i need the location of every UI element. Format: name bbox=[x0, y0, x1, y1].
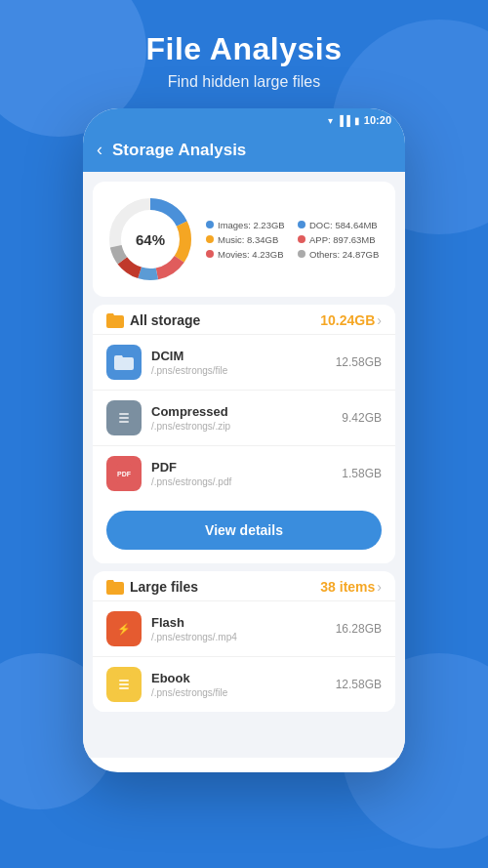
pdf-info: PDF /.pns/estrongs/.pdf bbox=[151, 460, 342, 487]
file-item-pdf[interactable]: PDF PDF /.pns/estrongs/.pdf 1.58GB bbox=[93, 445, 395, 501]
pdf-icon-wrap: PDF bbox=[106, 456, 142, 491]
battery-icon: ▮ bbox=[354, 115, 360, 126]
large-files-folder-icon bbox=[106, 579, 124, 595]
pdf-name: PDF bbox=[151, 460, 342, 475]
legend-dot-doc bbox=[298, 221, 305, 228]
all-storage-title: All storage bbox=[130, 312, 200, 328]
ebook-info: Ebook /.pns/estrongs/file bbox=[151, 671, 336, 698]
compressed-size: 9.42GB bbox=[342, 411, 382, 425]
back-button[interactable]: ‹ bbox=[97, 140, 102, 160]
compressed-path: /.pns/estrongs/.zip bbox=[151, 421, 342, 432]
legend-label-images: Images: 2.23GB bbox=[218, 220, 285, 230]
all-storage-arrow: › bbox=[377, 312, 382, 328]
ebook-path: /.pns/estrongs/file bbox=[151, 687, 336, 698]
phone-content: 64% Images: 2.23GB DOC: 584.64MB Music: … bbox=[83, 172, 405, 758]
flash-name: Flash bbox=[151, 615, 336, 630]
legend-music: Music: 8.34GB bbox=[206, 234, 290, 245]
folder-blue-icon bbox=[114, 354, 134, 370]
legend-label-doc: DOC: 584.64MB bbox=[309, 220, 378, 230]
zip-line-3 bbox=[119, 421, 129, 423]
pdf-path: /.pns/estrongs/.pdf bbox=[151, 476, 342, 487]
ebook-size: 12.58GB bbox=[336, 678, 382, 691]
all-storage-value: 10.24GB bbox=[320, 312, 375, 328]
legend-dot-music bbox=[206, 235, 214, 243]
large-files-arrow: › bbox=[377, 579, 382, 595]
compressed-info: Compressed /.pns/estrongs/.zip bbox=[151, 404, 342, 432]
legend-app: APP: 897.63MB bbox=[298, 234, 382, 245]
flash-size: 16.28GB bbox=[336, 622, 382, 636]
legend-dot-images bbox=[206, 221, 214, 228]
pdf-size: 1.58GB bbox=[342, 467, 382, 480]
ebook-line-2 bbox=[119, 683, 129, 685]
legend-movies: Movies: 4.23GB bbox=[206, 249, 290, 260]
legend-others: Others: 24.87GB bbox=[298, 249, 382, 260]
large-files-badge-wrap: 38 items › bbox=[320, 579, 382, 595]
status-time: 10:20 bbox=[364, 114, 391, 126]
zip-line-2 bbox=[119, 417, 129, 419]
pdf-icon: PDF bbox=[116, 464, 132, 483]
storage-overview: 64% Images: 2.23GB DOC: 584.64MB Music: … bbox=[106, 195, 382, 283]
ebook-line-3 bbox=[119, 687, 129, 689]
file-item-ebook[interactable]: Ebook /.pns/estrongs/file 12.58GB bbox=[93, 656, 395, 712]
storage-overview-card: 64% Images: 2.23GB DOC: 584.64MB Music: … bbox=[93, 182, 395, 297]
folder-icon bbox=[106, 312, 124, 328]
ebook-icon-wrap bbox=[106, 667, 142, 702]
compressed-name: Compressed bbox=[151, 404, 342, 419]
wifi-icon: ▾ bbox=[328, 115, 333, 126]
dcim-size: 12.58GB bbox=[336, 355, 382, 369]
ebook-line-1 bbox=[119, 680, 129, 682]
legend-dot-app bbox=[298, 235, 305, 243]
all-storage-card: All storage 10.24GB › DCIM /.pns/estrong… bbox=[93, 305, 395, 563]
status-icons: ▾ ▐▐ ▮ 10:20 bbox=[328, 114, 391, 126]
compressed-icon-wrap bbox=[106, 400, 142, 435]
flash-icon-wrap: ⚡ bbox=[106, 611, 142, 646]
dcim-icon-wrap bbox=[106, 345, 142, 380]
page-header: File Analysis Find hidden large files bbox=[0, 0, 488, 91]
legend-dot-movies bbox=[206, 250, 214, 258]
dcim-info: DCIM /.pns/estrongs/file bbox=[151, 349, 336, 376]
all-storage-title-wrap: All storage bbox=[106, 312, 200, 328]
page-title: File Analysis bbox=[0, 31, 488, 67]
page-subtitle: Find hidden large files bbox=[0, 73, 488, 91]
dcim-path: /.pns/estrongs/file bbox=[151, 365, 336, 376]
legend-label-music: Music: 8.34GB bbox=[218, 234, 278, 245]
ebook-icon bbox=[116, 675, 132, 694]
flash-info: Flash /.pns/estrongs/.mp4 bbox=[151, 615, 336, 642]
legend-doc: DOC: 584.64MB bbox=[298, 220, 382, 230]
topbar: ‹ Storage Analysis bbox=[83, 132, 405, 172]
phone-mockup: ▾ ▐▐ ▮ 10:20 ‹ Storage Analysis bbox=[83, 108, 405, 772]
ebook-name: Ebook bbox=[151, 671, 336, 685]
legend-label-others: Others: 24.87GB bbox=[309, 249, 379, 260]
donut-percent: 64% bbox=[136, 231, 165, 248]
donut-chart: 64% bbox=[106, 195, 194, 283]
status-bar: ▾ ▐▐ ▮ 10:20 bbox=[83, 108, 405, 132]
zip-line-1 bbox=[119, 413, 129, 415]
file-item-dcim[interactable]: DCIM /.pns/estrongs/file 12.58GB bbox=[93, 334, 395, 390]
large-files-header[interactable]: Large files 38 items › bbox=[93, 571, 395, 600]
topbar-title: Storage Analysis bbox=[112, 141, 246, 160]
chart-legend: Images: 2.23GB DOC: 584.64MB Music: 8.34… bbox=[206, 220, 382, 260]
large-files-card: Large files 38 items › ⚡ Flash /.pns/est… bbox=[93, 571, 395, 712]
large-files-title-wrap: Large files bbox=[106, 579, 198, 595]
flash-path: /.pns/estrongs/.mp4 bbox=[151, 632, 336, 642]
all-storage-value-wrap: 10.24GB › bbox=[320, 312, 382, 328]
view-details-wrap: View details bbox=[93, 501, 395, 563]
file-item-compressed[interactable]: Compressed /.pns/estrongs/.zip 9.42GB bbox=[93, 390, 395, 445]
zip-icon bbox=[116, 408, 132, 428]
signal-icon: ▐▐ bbox=[337, 115, 350, 126]
flash-icon: ⚡ bbox=[116, 619, 132, 639]
dcim-name: DCIM bbox=[151, 349, 336, 363]
large-files-title: Large files bbox=[130, 579, 198, 595]
large-files-badge: 38 items bbox=[320, 579, 375, 595]
all-storage-header[interactable]: All storage 10.24GB › bbox=[93, 305, 395, 334]
legend-images: Images: 2.23GB bbox=[206, 220, 290, 230]
legend-label-movies: Movies: 4.23GB bbox=[218, 249, 284, 260]
view-details-button[interactable]: View details bbox=[106, 511, 382, 550]
legend-dot-others bbox=[298, 250, 305, 258]
legend-label-app: APP: 897.63MB bbox=[309, 234, 376, 245]
file-item-flash[interactable]: ⚡ Flash /.pns/estrongs/.mp4 16.28GB bbox=[93, 600, 395, 656]
